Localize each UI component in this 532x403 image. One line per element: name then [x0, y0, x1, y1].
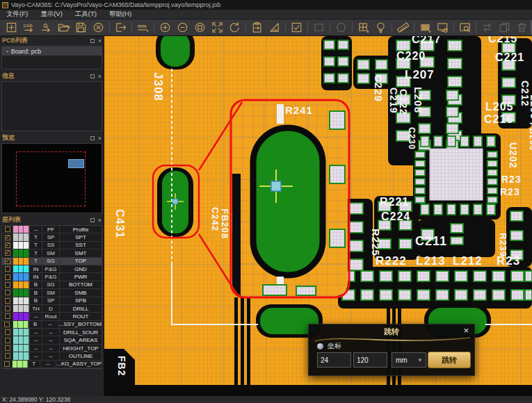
rotate-view-icon[interactable] — [226, 20, 243, 35]
preview-viewport-rect[interactable] — [68, 159, 84, 168]
grid-settings-icon[interactable] — [355, 20, 372, 35]
layer-color-swatch[interactable] — [13, 336, 30, 343]
layer-row-drill-sour[interactable]: ----DRILL_SOUR — [2, 329, 102, 336]
layer-row-sst[interactable]: ✓TSSSST — [2, 242, 102, 249]
jump-x-input[interactable] — [317, 352, 351, 368]
layer-visibility-checkbox[interactable] — [5, 338, 10, 343]
layer-row-gnd[interactable]: INP&GGND — [2, 265, 102, 273]
close-panel-icon[interactable]: × — [98, 218, 102, 222]
layer-color-swatch[interactable] — [13, 249, 30, 256]
menu-item-2[interactable]: 工具(T) — [69, 10, 103, 19]
menu-item-1[interactable]: 显示(V) — [34, 10, 69, 19]
close-panel-icon[interactable]: × — [98, 39, 102, 43]
close-panel-icon[interactable]: × — [98, 74, 102, 79]
layer-color-swatch[interactable] — [13, 242, 30, 249]
export-icon[interactable] — [112, 20, 129, 35]
layer-row-top[interactable]: ✓TSGTOP — [2, 258, 102, 265]
layer-visibility-checkbox[interactable] — [5, 298, 10, 304]
view-search-icon[interactable] — [456, 20, 474, 35]
coordinate-radio[interactable] — [317, 343, 323, 349]
save-icon[interactable] — [72, 20, 90, 35]
layer-color-swatch[interactable] — [13, 305, 30, 312]
layer-color-swatch[interactable] — [13, 265, 30, 272]
layer-type: SP — [42, 233, 60, 240]
jump-confirm-button[interactable]: 跳转 — [428, 352, 471, 368]
close-panel-icon[interactable]: × — [98, 136, 102, 140]
layer-color-swatch[interactable] — [13, 352, 30, 359]
layer-visibility-checkbox[interactable] — [5, 290, 10, 295]
layer-visibility-checkbox[interactable]: ✓ — [5, 250, 10, 256]
preview-panel-body[interactable] — [1, 143, 102, 213]
layer-visibility-checkbox[interactable] — [5, 313, 10, 319]
menu-item-3[interactable]: 帮助(H) — [103, 10, 138, 19]
layer-visibility-checkbox[interactable]: ✓ — [5, 242, 10, 248]
jump-y-input[interactable] — [353, 352, 387, 368]
capture-board-icon[interactable] — [248, 20, 266, 35]
layer-visibility-checkbox[interactable] — [5, 274, 10, 280]
layer-visibility-checkbox[interactable] — [5, 329, 10, 335]
layer-visibility-checkbox[interactable] — [5, 282, 10, 288]
layer-color-swatch[interactable] — [12, 361, 29, 368]
layer-row-bottom[interactable]: BSGBOTTOM — [2, 281, 102, 289]
layer-row--kg-assy-top[interactable]: T--...KG_ASSY_TOP — [2, 361, 102, 368]
layer-row-height-top[interactable]: ----HEIGHT_TOP — [2, 345, 102, 352]
layer-row-outline[interactable]: ----OUTLINE — [2, 352, 102, 360]
layer-row-rout[interactable]: --RoutROUT — [2, 313, 102, 320]
zoom-fit-icon[interactable] — [209, 20, 226, 35]
layer-row-profile[interactable]: --PFProfile — [2, 226, 102, 233]
layer-color-swatch[interactable] — [13, 289, 30, 296]
layer-color-swatch[interactable] — [13, 297, 30, 304]
angle-measure-icon[interactable] — [266, 20, 283, 35]
layer-row-sqa-areas[interactable]: ----SQA_AREAS — [2, 336, 102, 344]
menu-item-0[interactable]: 文件(F) — [0, 10, 34, 19]
layer-color-swatch[interactable] — [13, 329, 30, 336]
layer-type: SM — [42, 289, 60, 296]
layer-color-swatch[interactable] — [13, 313, 30, 320]
layer-color-swatch[interactable] — [13, 281, 30, 288]
layer-visibility-checkbox[interactable] — [4, 361, 10, 367]
float-panel-icon[interactable] — [90, 74, 95, 79]
float-panel-icon[interactable] — [90, 136, 95, 140]
zoom-out-icon[interactable] — [174, 20, 191, 35]
select-filter-icon[interactable] — [288, 20, 305, 35]
board-list-item[interactable]: • Board: pcb — [2, 47, 102, 56]
unit-select[interactable]: mm ▼ — [392, 352, 426, 368]
new-job-icon[interactable] — [3, 20, 20, 35]
layer-row-drill[interactable]: THDDRILL — [2, 305, 102, 313]
float-panel-icon[interactable] — [90, 39, 95, 43]
float-panel-icon[interactable] — [90, 218, 95, 222]
close-job-icon[interactable] — [90, 20, 107, 35]
units-mm-icon[interactable]: mm — [134, 20, 152, 35]
layer-row-smb[interactable]: BSMSMB — [2, 289, 102, 297]
snapshot-rect-icon[interactable] — [417, 20, 434, 35]
layer-row-smt[interactable]: ✓TSMSMT — [2, 249, 102, 257]
dialog-close-icon[interactable]: × — [463, 325, 469, 336]
highlight-icon[interactable] — [372, 20, 389, 35]
layer-visibility-checkbox[interactable]: ✓ — [5, 258, 10, 264]
layer-visibility-checkbox[interactable] — [5, 266, 10, 272]
layer-row-pwr[interactable]: INP&GPWR — [2, 273, 102, 281]
measure-ruler-icon[interactable] — [394, 20, 412, 35]
layer-color-swatch[interactable] — [13, 345, 30, 352]
layer-row--ssy-bottom[interactable]: B--...SSY_BOTTOM — [2, 321, 102, 329]
layer-visibility-checkbox[interactable] — [5, 227, 10, 232]
layer-color-swatch[interactable] — [13, 258, 30, 265]
open-file-icon[interactable] — [55, 20, 72, 35]
layer-color-swatch[interactable] — [13, 226, 30, 233]
snapshot-screen-icon[interactable] — [434, 20, 451, 35]
zoom-in-icon[interactable] — [156, 20, 174, 35]
layer-visibility-checkbox[interactable] — [5, 306, 10, 311]
layer-visibility-checkbox[interactable]: ✓ — [5, 235, 10, 240]
layer-color-swatch[interactable] — [13, 273, 30, 280]
layer-visibility-checkbox[interactable] — [5, 353, 10, 359]
layer-row-spt[interactable]: ✓TSPSPT — [2, 233, 102, 241]
import-gerber-icon[interactable]: G — [38, 20, 55, 35]
layer-visibility-checkbox[interactable] — [4, 322, 10, 327]
layer-row-spb[interactable]: BSPSPB — [2, 297, 102, 305]
zoom-window-icon[interactable] — [191, 20, 209, 35]
layer-color-swatch[interactable] — [13, 321, 30, 328]
import-cad-icon[interactable]: CAD — [20, 20, 38, 35]
layer-visibility-checkbox[interactable] — [5, 345, 10, 351]
layer-color-swatch[interactable] — [13, 233, 30, 240]
board-edge-band — [104, 385, 532, 396]
